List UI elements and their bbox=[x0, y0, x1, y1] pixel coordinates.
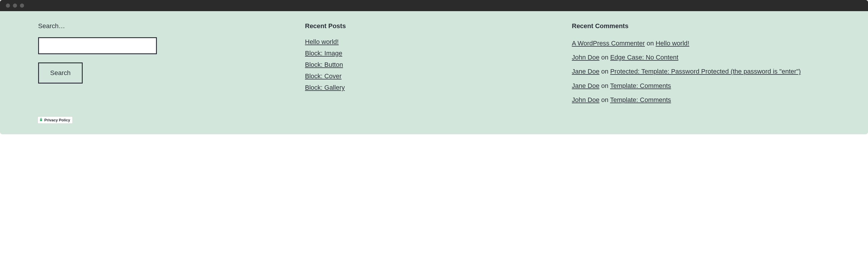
window-minimize-dot[interactable] bbox=[13, 3, 17, 8]
post-link[interactable]: Block: Image bbox=[305, 49, 342, 57]
comment-post-link[interactable]: Template: Comments bbox=[610, 96, 671, 103]
window-close-dot[interactable] bbox=[6, 3, 10, 8]
lock-icon bbox=[39, 118, 42, 123]
search-input[interactable] bbox=[38, 37, 157, 54]
post-link[interactable]: Block: Button bbox=[305, 61, 343, 68]
comment-author-link[interactable]: John Doe bbox=[572, 54, 599, 61]
recent-posts-list: Hello world! Block: Image Block: Button … bbox=[305, 38, 563, 92]
list-item: John Doe on Edge Case: No Content bbox=[572, 52, 830, 62]
post-link[interactable]: Hello world! bbox=[305, 38, 339, 45]
comment-author-link[interactable]: Jane Doe bbox=[572, 68, 599, 75]
list-item: Jane Doe on Template: Comments bbox=[572, 80, 830, 91]
list-item: Jane Doe on Protected: Template: Passwor… bbox=[572, 66, 830, 76]
privacy-policy-badge[interactable]: Privacy Policy bbox=[37, 117, 73, 124]
search-widget: Search… Search bbox=[38, 22, 296, 124]
comment-on-text: on bbox=[601, 68, 608, 75]
list-item: Block: Button bbox=[305, 61, 563, 69]
search-label: Search… bbox=[38, 22, 296, 30]
list-item: Block: Gallery bbox=[305, 84, 563, 92]
comment-post-link[interactable]: Hello world! bbox=[656, 40, 689, 47]
comment-author-link[interactable]: John Doe bbox=[572, 96, 599, 103]
footer-widgets: Search… Search Recent Posts Hello world!… bbox=[0, 11, 868, 134]
comment-on-text: on bbox=[601, 54, 608, 61]
svg-rect-0 bbox=[40, 119, 42, 121]
post-link[interactable]: Block: Gallery bbox=[305, 84, 345, 91]
comment-author-link[interactable]: Jane Doe bbox=[572, 82, 599, 90]
search-button[interactable]: Search bbox=[38, 62, 83, 84]
comment-on-text: on bbox=[647, 40, 654, 47]
recent-posts-widget: Recent Posts Hello world! Block: Image B… bbox=[305, 22, 563, 124]
post-link[interactable]: Block: Cover bbox=[305, 72, 342, 80]
window-maximize-dot[interactable] bbox=[20, 3, 24, 8]
privacy-policy-label: Privacy Policy bbox=[44, 118, 70, 122]
recent-comments-widget: Recent Comments A WordPress Commenter on… bbox=[572, 22, 830, 124]
comment-post-link[interactable]: Protected: Template: Password Protected … bbox=[610, 68, 801, 75]
list-item: Hello world! bbox=[305, 38, 563, 46]
app-window: Search… Search Recent Posts Hello world!… bbox=[0, 0, 868, 134]
comment-on-text: on bbox=[601, 82, 608, 90]
recent-comments-list: A WordPress Commenter on Hello world! Jo… bbox=[572, 38, 830, 105]
list-item: Block: Image bbox=[305, 49, 563, 57]
comment-on-text: on bbox=[601, 96, 608, 103]
recent-comments-heading: Recent Comments bbox=[572, 22, 830, 30]
list-item: A WordPress Commenter on Hello world! bbox=[572, 38, 830, 48]
window-titlebar bbox=[0, 0, 868, 11]
recent-posts-heading: Recent Posts bbox=[305, 22, 563, 30]
comment-post-link[interactable]: Template: Comments bbox=[610, 82, 671, 90]
list-item: John Doe on Template: Comments bbox=[572, 95, 830, 105]
comment-author-link[interactable]: A WordPress Commenter bbox=[572, 40, 645, 47]
comment-post-link[interactable]: Edge Case: No Content bbox=[610, 54, 678, 61]
list-item: Block: Cover bbox=[305, 72, 563, 80]
